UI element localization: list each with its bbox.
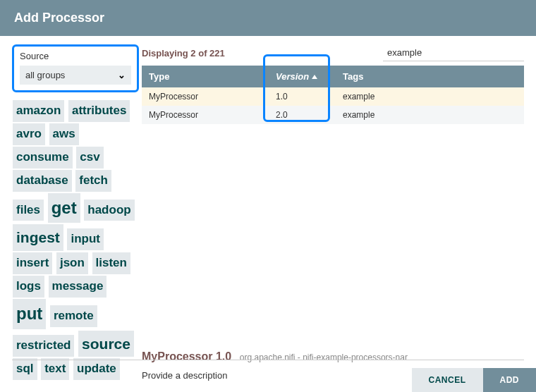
source-label: Source — [20, 51, 131, 61]
tag-sql[interactable]: sql — [13, 358, 37, 380]
sort-asc-icon — [312, 75, 317, 79]
tag-logs[interactable]: logs — [13, 276, 44, 298]
tag-insert[interactable]: insert — [13, 252, 52, 274]
tag-hadoop[interactable]: hadoop — [84, 200, 134, 221]
tag-amazon[interactable]: amazon — [13, 100, 64, 122]
dialog-title: Add Processor — [0, 0, 536, 36]
table-row[interactable]: MyProcessor1.0example — [142, 87, 524, 106]
tag-avro[interactable]: avro — [13, 123, 45, 145]
cell-version: 2.0 — [269, 106, 336, 124]
table-body: MyProcessor1.0exampleMyProcessor2.0examp… — [142, 87, 524, 124]
tag-update[interactable]: update — [73, 358, 120, 380]
source-panel: Source all groups ⌄ — [12, 44, 139, 92]
tag-fetch[interactable]: fetch — [75, 170, 111, 192]
tag-input[interactable]: input — [67, 228, 104, 250]
cell-tags: example — [336, 106, 524, 124]
source-dropdown-value: all groups — [25, 70, 65, 80]
tag-text[interactable]: text — [41, 358, 69, 380]
table-row[interactable]: MyProcessor2.0example — [142, 106, 524, 124]
selected-processor-bundle: org.apache.nifi - nifi-example-processor… — [240, 353, 408, 362]
tag-get[interactable]: get — [48, 193, 80, 223]
tag-consume[interactable]: consume — [13, 147, 73, 169]
source-dropdown[interactable]: all groups ⌄ — [20, 66, 131, 85]
chevron-down-icon: ⌄ — [118, 70, 126, 80]
cell-type: MyProcessor — [142, 87, 269, 106]
tag-message[interactable]: message — [49, 276, 107, 298]
cell-tags: example — [336, 87, 524, 106]
footer-divider — [12, 360, 524, 360]
tag-remote[interactable]: remote — [50, 305, 97, 327]
tag-cloud: amazon attributes avro aws consume csv d… — [12, 99, 139, 381]
cancel-button[interactable]: CANCEL — [412, 368, 483, 392]
cell-version: 1.0 — [269, 87, 336, 106]
tag-attributes[interactable]: attributes — [68, 100, 130, 122]
tag-listen[interactable]: listen — [92, 252, 130, 274]
tag-put[interactable]: put — [13, 299, 46, 329]
tag-aws[interactable]: aws — [49, 123, 79, 145]
table-header: Type Version Tags — [142, 66, 524, 87]
add-button[interactable]: ADD — [483, 368, 537, 392]
col-type-header[interactable]: Type — [142, 66, 269, 87]
tag-files[interactable]: files — [13, 200, 44, 221]
tag-ingest[interactable]: ingest — [13, 224, 63, 251]
tag-source[interactable]: source — [78, 331, 134, 357]
tag-restricted[interactable]: restricted — [13, 335, 74, 357]
search-input[interactable] — [383, 44, 524, 61]
result-count: Displaying 2 of 221 — [142, 48, 225, 59]
col-version-header[interactable]: Version — [269, 66, 336, 87]
tag-database[interactable]: database — [13, 170, 72, 192]
selected-processor-name: MyProcessor 1.0 — [142, 350, 231, 362]
col-version-label: Version — [276, 71, 309, 82]
tag-csv[interactable]: csv — [76, 147, 103, 169]
col-tags-header[interactable]: Tags — [336, 66, 524, 87]
tag-json[interactable]: json — [56, 252, 88, 274]
cell-type: MyProcessor — [142, 106, 269, 124]
